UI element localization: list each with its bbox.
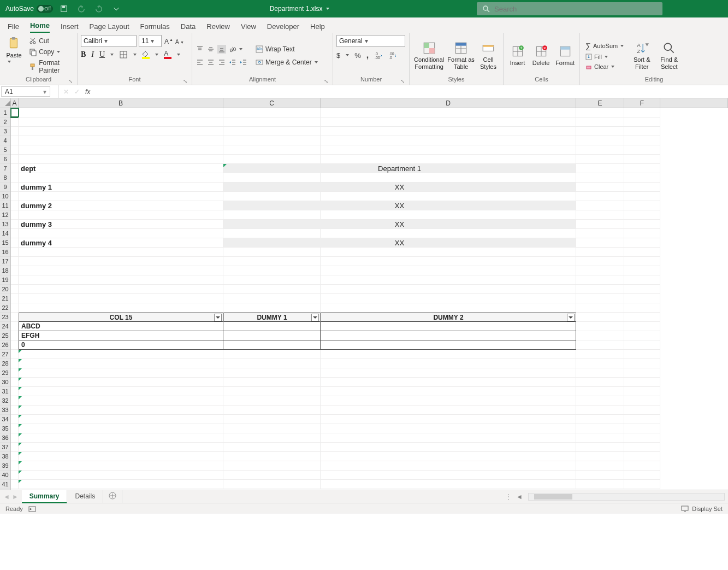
sheet-tab-summary[interactable]: Summary — [22, 490, 68, 503]
comma-button[interactable]: , — [366, 50, 369, 60]
cell[interactable] — [624, 173, 660, 183]
cell[interactable] — [576, 266, 624, 275]
cell[interactable] — [11, 220, 19, 229]
tab-data[interactable]: Data — [181, 20, 196, 33]
cell[interactable] — [19, 285, 223, 294]
cell[interactable] — [223, 285, 321, 294]
cell[interactable] — [223, 359, 321, 368]
tab-page-layout[interactable]: Page Layout — [90, 20, 129, 33]
cell[interactable] — [321, 480, 576, 489]
row-header[interactable]: 28 — [0, 359, 10, 368]
autosum-button[interactable]: ∑ AutoSum — [583, 40, 626, 51]
cell[interactable] — [624, 350, 660, 359]
table-cell[interactable]: 0 — [19, 340, 223, 350]
cell[interactable] — [223, 378, 321, 387]
cell[interactable] — [223, 275, 321, 285]
cell[interactable] — [19, 173, 223, 183]
cell[interactable] — [576, 387, 624, 396]
cell[interactable] — [576, 294, 624, 303]
cell[interactable] — [624, 285, 660, 294]
cell[interactable] — [576, 257, 624, 266]
row-header[interactable]: 11 — [0, 201, 10, 210]
align-top-icon[interactable] — [196, 45, 204, 54]
row-header[interactable]: 23 — [0, 313, 10, 322]
cell[interactable] — [576, 155, 624, 164]
fill-button[interactable]: Fill — [583, 52, 626, 61]
autosave-toggle[interactable]: AutoSave Off — [5, 5, 53, 13]
cell[interactable] — [321, 396, 576, 406]
cell[interactable] — [11, 387, 19, 396]
cell[interactable] — [223, 396, 321, 406]
cell[interactable] — [11, 275, 19, 285]
increase-indent-icon[interactable] — [239, 58, 248, 67]
cell[interactable] — [624, 480, 660, 489]
cell[interactable] — [624, 322, 660, 331]
cell[interactable]: XX — [223, 201, 576, 210]
cell[interactable]: XX — [223, 183, 576, 192]
row-header[interactable]: 14 — [0, 229, 10, 238]
cell[interactable] — [19, 108, 223, 117]
cell[interactable] — [11, 210, 19, 220]
cell[interactable] — [624, 461, 660, 471]
macro-record-icon[interactable] — [28, 505, 36, 513]
cell[interactable] — [19, 396, 223, 406]
clear-button[interactable]: Clear — [583, 62, 626, 71]
cell[interactable] — [576, 173, 624, 183]
cell[interactable] — [624, 192, 660, 201]
chevron-down-icon[interactable] — [133, 52, 137, 57]
dialog-launcher-icon[interactable]: ⤡ — [183, 78, 187, 84]
worksheet[interactable]: ABCDEF 123456789101112131415161718192021… — [0, 98, 728, 490]
cell[interactable] — [223, 424, 321, 433]
chevron-down-icon[interactable] — [155, 52, 158, 57]
cell[interactable] — [321, 359, 576, 368]
cell[interactable] — [11, 266, 19, 275]
sheet-tab-details[interactable]: Details — [67, 490, 103, 503]
cell[interactable] — [576, 108, 624, 117]
cell[interactable] — [321, 285, 576, 294]
cell[interactable] — [11, 238, 19, 248]
cell[interactable] — [576, 145, 624, 155]
cell[interactable] — [11, 415, 19, 424]
cell[interactable] — [11, 443, 19, 452]
cell[interactable] — [223, 471, 321, 480]
cell[interactable] — [19, 406, 223, 415]
cell[interactable] — [576, 340, 624, 350]
cell[interactable] — [576, 229, 624, 238]
cell[interactable] — [624, 331, 660, 340]
percent-button[interactable]: % — [354, 51, 361, 60]
tab-home[interactable]: Home — [30, 19, 50, 33]
cell[interactable] — [11, 164, 19, 173]
cell[interactable] — [321, 415, 576, 424]
tab-split-handle-icon[interactable]: ⋮ — [503, 493, 514, 501]
table-header[interactable]: DUMMY 1 — [223, 313, 321, 322]
dialog-launcher-icon[interactable]: ⤡ — [400, 78, 405, 84]
cell[interactable] — [19, 350, 223, 359]
chevron-down-icon[interactable] — [110, 52, 114, 57]
title-dropdown-icon[interactable] — [325, 7, 330, 11]
cell[interactable] — [19, 155, 223, 164]
table-cell[interactable] — [321, 322, 576, 331]
col-header[interactable]: F — [624, 98, 660, 108]
row-header[interactable]: 29 — [0, 368, 10, 378]
cell[interactable] — [223, 127, 321, 136]
cell[interactable] — [223, 368, 321, 378]
cell[interactable] — [624, 117, 660, 127]
cell[interactable] — [576, 378, 624, 387]
cell[interactable] — [321, 108, 576, 117]
cell[interactable] — [576, 201, 624, 210]
row-header[interactable]: 38 — [0, 452, 10, 461]
chevron-down-icon[interactable] — [177, 52, 180, 57]
delete-cells-button[interactable]: × Delete — [530, 37, 552, 75]
cell[interactable] — [223, 173, 321, 183]
cell[interactable] — [576, 192, 624, 201]
cell[interactable] — [321, 275, 576, 285]
cell[interactable] — [624, 266, 660, 275]
qat-customize-icon[interactable] — [110, 2, 123, 15]
cell[interactable] — [19, 303, 223, 313]
dialog-launcher-icon[interactable]: ⤡ — [68, 78, 73, 84]
cell[interactable] — [576, 164, 624, 173]
cell[interactable]: dept — [19, 164, 223, 173]
copy-button[interactable]: Copy — [27, 47, 74, 57]
row-header[interactable]: 8 — [0, 173, 10, 183]
col-header[interactable]: E — [576, 98, 624, 108]
